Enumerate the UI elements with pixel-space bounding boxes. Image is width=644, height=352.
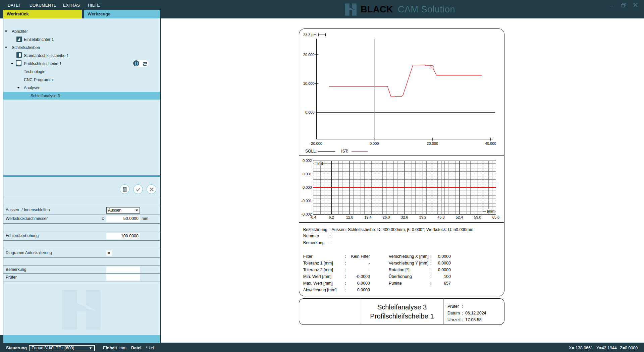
svg-text:12.8: 12.8 <box>346 215 353 219</box>
svg-text:0.002: 0.002 <box>303 159 312 163</box>
svg-text:59.0: 59.0 <box>474 215 481 219</box>
svg-text:0.000: 0.000 <box>305 110 315 114</box>
svg-text:32.6: 32.6 <box>401 215 408 219</box>
svg-text:10.000: 10.000 <box>303 81 315 85</box>
svg-text:-0.001: -0.001 <box>301 199 312 203</box>
svg-text:45.8: 45.8 <box>437 215 444 219</box>
svg-text:6.2: 6.2 <box>329 215 334 219</box>
svg-text:26.0: 26.0 <box>383 215 390 219</box>
svg-text:23.3 µm: 23.3 µm <box>303 33 317 37</box>
svg-text:40.000: 40.000 <box>485 141 496 145</box>
svg-text:SOLL:: SOLL: <box>305 149 317 154</box>
svg-text:IST:: IST: <box>341 149 348 154</box>
svg-text:0.000: 0.000 <box>303 185 312 189</box>
svg-text:20.000: 20.000 <box>427 141 438 145</box>
svg-text:[mm]: [mm] <box>487 209 495 213</box>
svg-text:-0.4: -0.4 <box>310 215 316 219</box>
svg-text:52.4: 52.4 <box>456 215 463 219</box>
svg-text:0.000: 0.000 <box>370 141 379 145</box>
svg-text:19.4: 19.4 <box>364 215 371 219</box>
svg-text:[mm]: [mm] <box>315 161 323 165</box>
svg-text:20.000: 20.000 <box>303 53 315 57</box>
svg-text:39.2: 39.2 <box>419 215 426 219</box>
svg-text:0.001: 0.001 <box>303 172 312 176</box>
svg-text:65.6: 65.6 <box>492 215 499 219</box>
svg-text:-20.000: -20.000 <box>310 141 322 145</box>
